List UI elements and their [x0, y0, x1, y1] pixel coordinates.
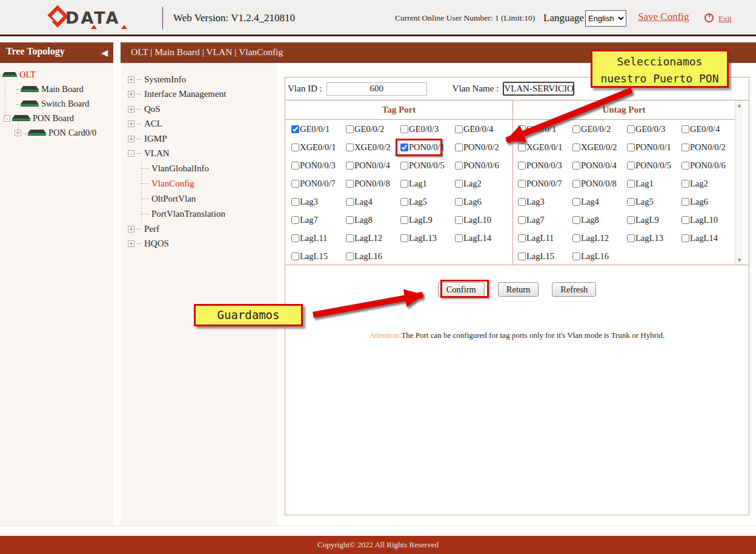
tag-checkbox-lag8[interactable]	[346, 216, 354, 224]
untag-checkbox-pon0-0-5[interactable]	[627, 162, 635, 170]
tag-checkbox-lagl10[interactable]	[455, 216, 463, 224]
port-label: Lag7	[526, 215, 545, 225]
tree-node-main-board[interactable]: –Main Board	[0, 82, 113, 96]
untag-checkbox-pon0-0-2[interactable]	[681, 143, 689, 151]
save-config-link[interactable]: Save Config	[638, 11, 689, 23]
expand-icon[interactable]: +	[15, 130, 21, 136]
tag-checkbox-ge0-0-2[interactable]	[346, 125, 354, 133]
untag-checkbox-xge0-0-2[interactable]	[572, 143, 580, 151]
untag-checkbox-pon0-0-1[interactable]	[627, 143, 635, 151]
menu-item-qos[interactable]: +QoS	[128, 102, 277, 117]
untag-checkbox-ge0-0-1[interactable]	[518, 125, 526, 133]
tag-checkbox-pon0-0-2[interactable]	[455, 143, 463, 151]
untag-checkbox-ge0-0-4[interactable]	[681, 125, 689, 133]
menu-item-acl[interactable]: +ACL	[128, 117, 277, 132]
menu-item-perf[interactable]: +Perf	[128, 222, 277, 237]
tag-checkbox-pon0-0-4[interactable]	[346, 162, 354, 170]
untag-checkbox-lag8[interactable]	[572, 216, 580, 224]
untag-checkbox-pon0-0-6[interactable]	[681, 162, 689, 170]
vlan-id-input[interactable]	[327, 82, 427, 96]
scroll-up-icon[interactable]: ▲	[735, 101, 743, 110]
tag-checkbox-pon0-0-8[interactable]	[346, 180, 354, 188]
tag-checkbox-pon0-0-7[interactable]	[291, 180, 299, 188]
tag-checkbox-lag7[interactable]	[291, 216, 299, 224]
expand-icon[interactable]: +	[128, 136, 134, 142]
sidebar-collapse-icon[interactable]: ◀	[101, 48, 108, 58]
tag-checkbox-pon0-0-3[interactable]	[291, 162, 299, 170]
tag-checkbox-ge0-0-4[interactable]	[455, 125, 463, 133]
untag-checkbox-pon0-0-3[interactable]	[518, 162, 526, 170]
tag-checkbox-lag1[interactable]	[400, 180, 408, 188]
expand-icon[interactable]: +	[128, 76, 134, 83]
expand-icon[interactable]: +	[128, 120, 134, 127]
untag-checkbox-lagl11[interactable]	[518, 234, 526, 242]
menu-item-vlan[interactable]: -VLAN	[128, 147, 277, 162]
untag-checkbox-lagl15[interactable]	[518, 252, 526, 260]
untag-checkbox-pon0-0-4[interactable]	[572, 162, 580, 170]
untag-checkbox-ge0-0-2[interactable]	[572, 125, 580, 133]
untag-checkbox-xge0-0-1[interactable]	[518, 143, 526, 151]
tag-checkbox-lagl15[interactable]	[291, 252, 299, 260]
tag-checkbox-xge0-0-1[interactable]	[291, 143, 299, 151]
untag-checkbox-lagl12[interactable]	[572, 234, 580, 242]
tag-checkbox-lagl12[interactable]	[346, 234, 354, 242]
menu-subitem-oltportvlan[interactable]: OltPortVlan	[142, 191, 277, 206]
menu-subitem-vlanglobalinfo[interactable]: VlanGlobalInfo	[142, 161, 277, 176]
port-label: Lag6	[690, 197, 708, 207]
untag-checkbox-lagl13[interactable]	[627, 234, 635, 242]
tag-checkbox-lag5[interactable]	[400, 198, 408, 206]
untag-checkbox-lag3[interactable]	[518, 198, 526, 206]
exit-link[interactable]: Exit	[718, 14, 732, 24]
untag-checkbox-lagl16[interactable]	[572, 252, 580, 260]
tree-node-olt[interactable]: OLT	[0, 67, 113, 82]
menu-item-hqos[interactable]: +HQOS	[128, 237, 277, 252]
tag-checkbox-lag6[interactable]	[455, 198, 463, 206]
table-scrollbar[interactable]: ▲ ▼	[735, 101, 743, 265]
menu-item-systeminfo[interactable]: +SystemInfo	[128, 72, 277, 87]
untag-checkbox-ge0-0-3[interactable]	[627, 125, 635, 133]
untag-checkbox-lag7[interactable]	[518, 216, 526, 224]
tree-node-pon-card0-0[interactable]: +–PON Card0/0	[0, 125, 113, 140]
tag-checkbox-lagl13[interactable]	[400, 234, 408, 242]
tag-checkbox-lag4[interactable]	[346, 198, 354, 206]
untag-checkbox-lagl10[interactable]	[681, 216, 689, 224]
tag-checkbox-lagl9[interactable]	[400, 216, 408, 224]
expand-icon[interactable]: +	[128, 91, 134, 97]
expand-icon[interactable]: +	[128, 240, 134, 247]
menu-item-igmp[interactable]: +IGMP	[128, 131, 277, 147]
untag-checkbox-lag4[interactable]	[572, 198, 580, 206]
untag-checkbox-pon0-0-7[interactable]	[518, 180, 526, 188]
tag-checkbox-lag2[interactable]	[455, 180, 463, 188]
refresh-button[interactable]: Refresh	[552, 282, 596, 297]
tag-checkbox-pon0-0-5[interactable]	[400, 162, 408, 170]
tag-checkbox-lagl11[interactable]	[291, 234, 299, 242]
scroll-down-icon[interactable]: ▼	[735, 256, 743, 265]
menu-subitem-portvlantranslation[interactable]: PortVlanTranslation	[142, 206, 277, 222]
expand-icon[interactable]: +	[128, 106, 134, 113]
return-button[interactable]: Return	[498, 282, 539, 297]
menu-subitem-vlanconfig[interactable]: VlanConfig	[142, 176, 277, 191]
tag-checkbox-ge0-0-3[interactable]	[400, 125, 408, 133]
untag-checkbox-lag5[interactable]	[627, 198, 635, 206]
untag-checkbox-pon0-0-8[interactable]	[572, 180, 580, 188]
tag-checkbox-lag3[interactable]	[291, 198, 299, 206]
vlan-name-input[interactable]	[503, 82, 574, 96]
tag-checkbox-pon0-0-1[interactable]	[400, 143, 408, 151]
tag-checkbox-lagl14[interactable]	[455, 234, 463, 242]
tag-checkbox-pon0-0-6[interactable]	[455, 162, 463, 170]
tag-checkbox-xge0-0-2[interactable]	[346, 143, 354, 151]
untag-checkbox-lag1[interactable]	[627, 180, 635, 188]
confirm-button[interactable]: Confirm	[438, 282, 485, 297]
untag-checkbox-lag6[interactable]	[681, 198, 689, 206]
tag-checkbox-ge0-0-1[interactable]	[291, 125, 299, 133]
untag-checkbox-lagl14[interactable]	[681, 234, 689, 242]
untag-checkbox-lag2[interactable]	[681, 180, 689, 188]
untag-checkbox-lagl9[interactable]	[627, 216, 635, 224]
tag-checkbox-lagl16[interactable]	[346, 252, 354, 260]
menu-item-interface-management[interactable]: +Interface Management	[128, 87, 277, 102]
language-select[interactable]: English	[585, 10, 626, 27]
tree-node-switch-board[interactable]: –Switch Board	[0, 96, 113, 111]
tree-node-pon-board[interactable]: -PON Board	[0, 111, 113, 125]
expand-icon[interactable]: +	[128, 226, 134, 232]
collapse-icon[interactable]: -	[128, 150, 134, 157]
